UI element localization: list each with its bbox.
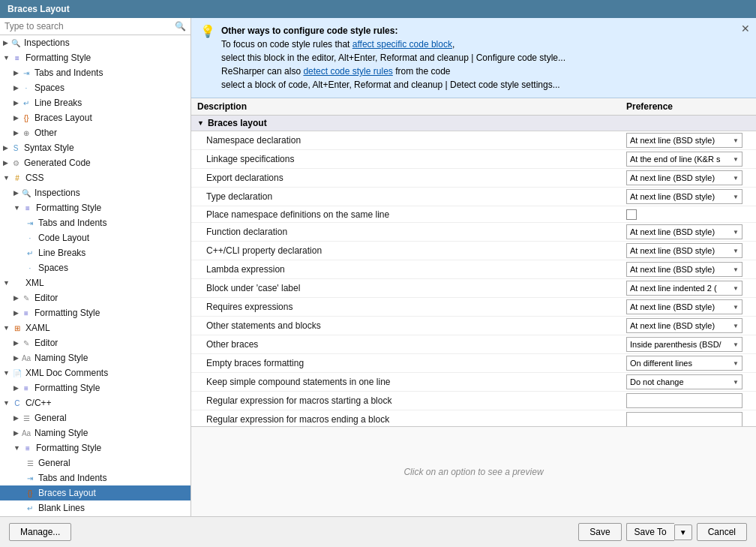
tree-item-3[interactable]: ▶·Spaces [0, 80, 190, 95]
col-preference-header: Preference [626, 101, 750, 112]
tree-item-23[interactable]: ▶≡Formatting Style [0, 380, 190, 395]
table-header: Description Preference [191, 98, 756, 116]
tree-item-5[interactable]: ▶{}Braces Layout [0, 110, 190, 125]
cpp-icon: C [11, 397, 23, 409]
linebreaks-icon: ↵ [20, 97, 32, 109]
formatting-icon: ≡ [20, 382, 32, 394]
tree-item-11[interactable]: ▼≡Formatting Style [0, 200, 190, 215]
tree-item-30[interactable]: {}Braces Layout [0, 485, 190, 500]
text-input-15[interactable] [626, 412, 742, 426]
dropdown-1[interactable]: At the end of line (K&R s ▼ [626, 152, 742, 167]
expand-icon: ▶ [14, 69, 19, 77]
tree-item-20[interactable]: ▶✎Editor [0, 335, 190, 350]
tree-label: Formatting Style [34, 383, 100, 393]
right-panel: 💡 Other ways to configure code style rul… [191, 18, 756, 516]
row-control-10: At next line (BSD style) ▼ [626, 318, 750, 333]
tree-label: XML Doc Comments [26, 368, 108, 378]
text-input-14[interactable] [626, 393, 742, 408]
dropdown-5[interactable]: At next line (BSD style) ▼ [626, 224, 742, 239]
tree-item-14[interactable]: ↵Line Breaks [0, 245, 190, 260]
row-label-1: Linkage specifications [206, 154, 626, 164]
tree-item-19[interactable]: ▼⊞XAML [0, 320, 190, 335]
cancel-button[interactable]: Cancel [697, 523, 747, 541]
tree-item-12[interactable]: ⇥Tabs and Indents [0, 215, 190, 230]
dropdown-3[interactable]: At next line (BSD style) ▼ [626, 189, 742, 204]
dropdown-12[interactable]: On different lines ▼ [626, 356, 742, 371]
tree-item-7[interactable]: ▶SSyntax Style [0, 140, 190, 155]
tree-item-6[interactable]: ▶⊕Other [0, 125, 190, 140]
tree-item-2[interactable]: ▶⇥Tabs and Indents [0, 65, 190, 80]
checkbox-4[interactable] [626, 209, 637, 220]
banner-line1: To focus on code style rules that affect… [221, 38, 566, 51]
banner-link1[interactable]: affect specific code block [352, 39, 452, 50]
tree-item-8[interactable]: ▶⚙Generated Code [0, 155, 190, 170]
tree-item-17[interactable]: ▶✎Editor [0, 290, 190, 305]
tree-item-13[interactable]: ·Code Layout [0, 230, 190, 245]
tree-item-24[interactable]: ▼CC/C++ [0, 395, 190, 410]
tree-item-4[interactable]: ▶↵Line Breaks [0, 95, 190, 110]
linebreaks-icon: ↵ [24, 247, 36, 259]
css-icon: # [11, 172, 23, 184]
save-to-button[interactable]: Save To [626, 523, 674, 541]
dropdown-2[interactable]: At next line (BSD style) ▼ [626, 170, 742, 185]
tree-label: Formatting Style [34, 308, 100, 318]
row-control-7: At next line (BSD style) ▼ [626, 262, 750, 277]
tree-label: Line Breaks [38, 248, 86, 258]
save-to-dropdown-button[interactable]: ▼ [674, 524, 692, 540]
tree-item-9[interactable]: ▼#CSS [0, 170, 190, 185]
tree-label: Inspections [34, 188, 80, 198]
tree-item-1[interactable]: ▼≡Formatting Style [0, 50, 190, 65]
dialog-title: Braces Layout [8, 4, 70, 14]
row-control-13: Do not change ▼ [626, 374, 750, 389]
tree-item-22[interactable]: ▼📄XML Doc Comments [0, 365, 190, 380]
tree-item-28[interactable]: ☰General [0, 455, 190, 470]
spaces-icon: · [24, 262, 36, 274]
banner-link2[interactable]: detect code style rules [303, 66, 392, 77]
table-body: ▼ Braces layout Namespace declaration At… [191, 116, 756, 426]
dropdown-6[interactable]: At next line (BSD style) ▼ [626, 243, 742, 258]
tree-item-16[interactable]: ▼XML [0, 275, 190, 290]
table-row-5: Function declaration At next line (BSD s… [191, 223, 756, 242]
general-icon: ☰ [24, 457, 36, 469]
section-header: ▼ Braces layout [191, 116, 756, 131]
row-label-3: Type declaration [206, 191, 626, 202]
expand-icon: ▼ [3, 279, 10, 287]
tree-item-27[interactable]: ▼≡Formatting Style [0, 440, 190, 455]
tree-item-25[interactable]: ▶☰General [0, 410, 190, 425]
tree-item-0[interactable]: ▶🔍Inspections [0, 35, 190, 50]
save-button[interactable]: Save [578, 523, 621, 541]
row-label-5: Function declaration [206, 227, 626, 237]
preview-area: Click on an option to see a preview [191, 426, 756, 516]
left-panel: 🔍 ▶🔍Inspections▼≡Formatting Style▶⇥Tabs … [0, 18, 191, 516]
dropdown-11[interactable]: Inside parenthesis (BSD/ ▼ [626, 337, 742, 352]
spaces-icon: · [20, 82, 32, 94]
tree-item-26[interactable]: ▶AaNaming Style [0, 425, 190, 440]
dropdown-13[interactable]: Do not change ▼ [626, 374, 742, 389]
tree-item-31[interactable]: ↵Blank Lines [0, 500, 190, 515]
tree-item-21[interactable]: ▶AaNaming Style [0, 350, 190, 365]
tree-item-10[interactable]: ▶🔍Inspections [0, 185, 190, 200]
tree-item-15[interactable]: ·Spaces [0, 260, 190, 275]
row-control-9: At next line (BSD style) ▼ [626, 299, 750, 314]
dropdown-0[interactable]: At next line (BSD style) ▼ [626, 133, 742, 148]
table-row-12: Empty braces formatting On different lin… [191, 354, 756, 373]
close-banner-button[interactable]: ✕ [741, 23, 750, 35]
search-input[interactable] [4, 21, 172, 32]
section-label: Braces layout [208, 118, 267, 128]
dropdown-9[interactable]: At next line (BSD style) ▼ [626, 299, 742, 314]
tree-label: Syntax Style [24, 143, 74, 153]
tree-item-29[interactable]: ⇥Tabs and Indents [0, 470, 190, 485]
tree-label: Inspections [24, 38, 70, 48]
syntax-icon: S [10, 142, 22, 154]
tree-label: General [38, 458, 70, 468]
dropdown-10[interactable]: At next line (BSD style) ▼ [626, 318, 742, 333]
manage-button[interactable]: Manage... [9, 523, 71, 541]
dropdown-7[interactable]: At next line (BSD style) ▼ [626, 262, 742, 277]
dropdown-8[interactable]: At next line indented 2 ( ▼ [626, 281, 742, 296]
formatting-icon: ≡ [22, 202, 34, 214]
inspections-icon: 🔍 [20, 187, 32, 199]
tree-label: C/C++ [26, 398, 52, 408]
tree-label: Other [34, 128, 57, 138]
tree-item-18[interactable]: ▶≡Formatting Style [0, 305, 190, 320]
tabs-icon: ⇥ [20, 67, 32, 79]
